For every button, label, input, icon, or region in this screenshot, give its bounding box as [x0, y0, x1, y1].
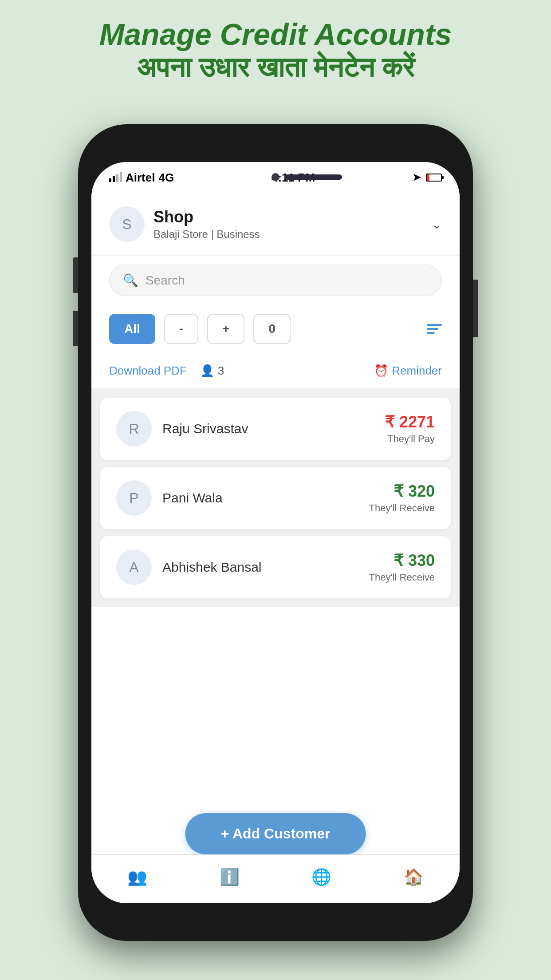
phone-shell: Airtel 4G 4:11 PM ➤ S Shop Balaji Store …: [78, 124, 473, 941]
header-title-hi: अपना उधार खाता मेनटेन करें: [0, 51, 551, 84]
tab-all[interactable]: All: [109, 314, 155, 344]
filter-line-2: [427, 328, 438, 330]
signal-bars-icon: [109, 173, 122, 182]
network-label: 4G: [158, 171, 174, 185]
speaker: [284, 174, 342, 180]
power-button: [473, 280, 478, 337]
shop-header[interactable]: S Shop Balaji Store | Business ⌄: [91, 193, 460, 256]
nav-item-home[interactable]: 🏠: [404, 868, 424, 886]
people-icon: 👤: [200, 364, 214, 378]
action-bar: Download PDF 👤 3 ⏰ Reminder: [91, 353, 460, 389]
info-nav-icon: ℹ️: [220, 868, 240, 886]
reminder-button[interactable]: ⏰ Reminder: [374, 364, 442, 378]
customer-card-abhishek[interactable]: A Abhishek Bansal ₹ 330 They'll Receive: [100, 536, 451, 598]
customers-nav-icon: 👥: [127, 868, 147, 886]
signal-bar-3: [116, 174, 118, 182]
customer-list: R Raju Srivastav ₹ 2271 They'll Pay P Pa…: [91, 389, 460, 607]
count-label: 3: [218, 364, 224, 378]
customer-amount-abhishek: ₹ 330 They'll Receive: [369, 551, 435, 583]
shop-avatar-letter: S: [122, 216, 131, 233]
reminder-label: Reminder: [392, 364, 442, 378]
web-nav-icon: 🌐: [311, 868, 331, 886]
filter-icon[interactable]: [427, 324, 442, 334]
customer-card-pani[interactable]: P Pani Wala ₹ 320 They'll Receive: [100, 467, 451, 529]
carrier-label: Airtel: [126, 171, 155, 185]
download-pdf-button[interactable]: Download PDF: [109, 364, 187, 378]
nav-item-customers[interactable]: 👥: [127, 868, 147, 886]
amount-label-raju: They'll Pay: [385, 433, 435, 445]
signal-bar-1: [109, 178, 111, 182]
shop-subtitle: Balaji Store | Business: [153, 228, 432, 241]
customer-name-pani: Pani Wala: [162, 490, 369, 506]
customer-name-raju: Raju Srivastav: [162, 421, 385, 436]
customer-avatar-p: P: [116, 480, 152, 516]
amount-label-pani: They'll Receive: [369, 502, 435, 514]
search-icon: 🔍: [123, 273, 138, 288]
chevron-down-icon[interactable]: ⌄: [432, 217, 442, 232]
header-section: Manage Credit Accounts अपना उधार खाता मे…: [0, 18, 551, 84]
amount-value-abhishek: ₹ 330: [369, 551, 435, 570]
amount-value-pani: ₹ 320: [369, 482, 435, 501]
filter-tabs: All - + 0: [91, 305, 460, 353]
customer-amount-raju: ₹ 2271 They'll Pay: [385, 413, 435, 445]
nav-item-web[interactable]: 🌐: [311, 868, 331, 886]
amount-value-raju: ₹ 2271: [385, 413, 435, 431]
home-nav-icon: 🏠: [404, 868, 424, 886]
shop-avatar: S: [109, 206, 145, 242]
customer-amount-pani: ₹ 320 They'll Receive: [369, 482, 435, 514]
phone-screen: Airtel 4G 4:11 PM ➤ S Shop Balaji Store …: [91, 162, 460, 903]
camera-icon: [272, 173, 279, 181]
amount-label-abhishek: They'll Receive: [369, 572, 435, 583]
filter-line-1: [427, 324, 442, 326]
battery-fill: [427, 174, 429, 181]
shop-name: Shop: [153, 208, 432, 226]
signal-bar-4: [120, 172, 122, 182]
customer-card-raju[interactable]: R Raju Srivastav ₹ 2271 They'll Pay: [100, 398, 451, 460]
tab-plus[interactable]: +: [207, 314, 244, 344]
customer-count: 👤 3: [200, 364, 224, 378]
signal-bar-2: [113, 176, 115, 182]
clock-icon: ⏰: [374, 364, 388, 378]
status-left: Airtel 4G: [109, 171, 174, 185]
battery-icon: [426, 174, 442, 182]
status-right: ➤: [413, 172, 442, 183]
customer-avatar-a: A: [116, 549, 152, 585]
header-title-en: Manage Credit Accounts: [0, 18, 551, 51]
filter-line-3: [427, 332, 435, 334]
volume-up-button: [73, 257, 78, 293]
nav-item-info[interactable]: ℹ️: [220, 868, 240, 886]
bottom-nav: 👥 ℹ️ 🌐 🏠: [91, 854, 460, 903]
search-container: 🔍 Search: [91, 256, 460, 305]
shop-info: Shop Balaji Store | Business: [153, 208, 432, 241]
customer-name-abhishek: Abhishek Bansal: [162, 560, 369, 575]
tab-minus[interactable]: -: [164, 314, 198, 344]
tab-zero[interactable]: 0: [253, 314, 291, 344]
volume-down-button: [73, 311, 78, 346]
add-customer-button[interactable]: + Add Customer: [185, 813, 366, 854]
search-input[interactable]: Search: [146, 273, 428, 288]
customer-avatar-r: R: [116, 411, 152, 447]
location-icon: ➤: [413, 172, 421, 183]
search-box[interactable]: 🔍 Search: [109, 265, 442, 296]
